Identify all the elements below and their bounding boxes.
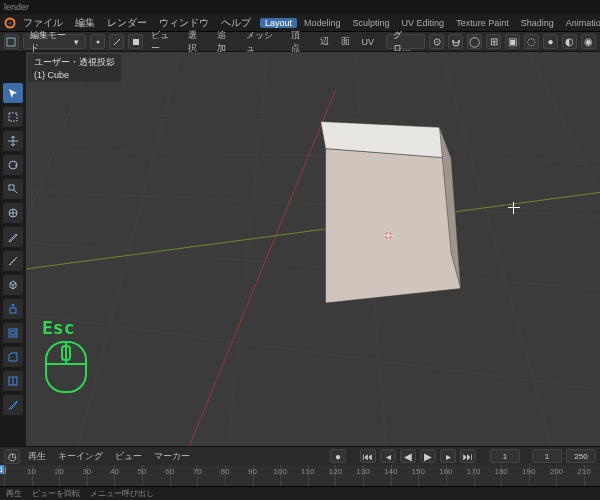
autokey-icon[interactable]: ● [330, 449, 346, 463]
timeline-tick-label: 150 [412, 467, 425, 476]
shading-solid-icon[interactable]: ● [543, 34, 558, 49]
svg-line-18 [26, 235, 600, 298]
orientation-dropdown[interactable]: グロ… [386, 34, 425, 49]
shading-rendered-icon[interactable]: ◉ [581, 34, 596, 49]
workspace-tab-animation[interactable]: Animation [561, 18, 600, 28]
cursor-tool-icon[interactable] [2, 82, 24, 104]
measure-tool-icon[interactable] [2, 250, 24, 272]
timeline-tick-label: 10 [27, 467, 36, 476]
workspace-tab-sculpting[interactable]: Sculpting [348, 18, 395, 28]
workspace-tab-shading[interactable]: Shading [516, 18, 559, 28]
menu-help[interactable]: ヘルプ [216, 16, 256, 30]
header-menu-vertex[interactable]: 頂点 [287, 29, 312, 55]
header-menu-mesh[interactable]: メッシュ [242, 29, 283, 55]
workspace-tab-uvediting[interactable]: UV Editing [397, 18, 450, 28]
svg-rect-5 [133, 39, 139, 45]
play-reverse-icon[interactable]: ◀ [400, 449, 416, 463]
select-mode-edge-icon[interactable] [109, 34, 124, 49]
current-frame-field[interactable]: 1 [490, 449, 520, 463]
timeline-header: ◷ 再生 キーイング ビュー マーカー ● ⏮ ◂ ◀ ▶ ▸ ⏭ 1 1 25… [0, 447, 600, 465]
rotate-tool-icon[interactable] [2, 154, 24, 176]
jump-start-icon[interactable]: ⏮ [360, 449, 376, 463]
timeline-tick-label: 100 [274, 467, 287, 476]
proportional-edit-icon[interactable]: ◯ [467, 34, 482, 49]
transform-tool-icon[interactable] [2, 202, 24, 224]
select-mode-face-icon[interactable] [128, 34, 143, 49]
svg-rect-2 [7, 38, 15, 46]
svg-point-3 [96, 40, 99, 43]
menu-file[interactable]: ファイル [18, 16, 68, 30]
header-menu-uv[interactable]: UV [358, 37, 379, 47]
pivot-icon[interactable]: ⊙ [429, 34, 444, 49]
timeline-tick-label: 40 [110, 467, 119, 476]
knife-tool-icon[interactable] [2, 394, 24, 416]
xray-icon[interactable]: ▣ [505, 34, 520, 49]
viewport-3d[interactable]: Esc [26, 52, 600, 446]
timeline-ruler[interactable]: 0102030405060708090100110120130140150160… [0, 465, 600, 486]
viewport-active-object-label: (1) Cube [34, 70, 115, 80]
header-menu-add[interactable]: 追加 [213, 29, 238, 55]
select-mode-vertex-icon[interactable] [90, 34, 105, 49]
extrude-tool-icon[interactable] [2, 298, 24, 320]
svg-line-20 [26, 52, 94, 446]
start-frame-field[interactable]: 1 [532, 449, 562, 463]
svg-line-19 [26, 303, 600, 404]
scale-tool-icon[interactable] [2, 178, 24, 200]
move-tool-icon[interactable] [2, 130, 24, 152]
timeline-editor-type-icon[interactable]: ◷ [4, 449, 20, 464]
workspace-tab-layout[interactable]: Layout [260, 18, 297, 28]
status-bar: 再生 ビューを回転 メニュー呼び出し [0, 486, 600, 500]
viewport-projection-label: ユーザー・透視投影 [34, 56, 115, 69]
svg-line-25 [528, 52, 600, 446]
header-menu-select[interactable]: 選択 [184, 29, 209, 55]
workspace-tab-modeling[interactable]: Modeling [299, 18, 346, 28]
play-icon[interactable]: ▶ [420, 449, 436, 463]
axis-y [26, 178, 600, 275]
main-area: ユーザー・透視投影 (1) Cube [0, 52, 600, 446]
timeline-tick-label: 120 [329, 467, 342, 476]
header-menu-edge[interactable]: 辺 [316, 35, 333, 48]
timeline-menu-keying[interactable]: キーイング [54, 450, 107, 463]
svg-rect-6 [9, 113, 17, 121]
orientation-label: グロ… [393, 29, 418, 55]
status-hint-3: メニュー呼び出し [90, 488, 154, 499]
blender-logo-icon [4, 16, 16, 30]
menu-render[interactable]: レンダー [102, 16, 152, 30]
header-menu-view[interactable]: ビュー [147, 29, 180, 55]
editor-type-icon[interactable] [4, 34, 19, 49]
keyframe-prev-icon[interactable]: ◂ [380, 449, 396, 463]
mode-dropdown[interactable]: 編集モード ▾ [23, 34, 86, 49]
annotate-tool-icon[interactable] [2, 226, 24, 248]
timeline-tick-label: 170 [467, 467, 480, 476]
left-toolbar [0, 52, 26, 446]
add-cube-tool-icon[interactable] [2, 274, 24, 296]
axis-x [181, 91, 336, 446]
overlays-icon[interactable]: ⊞ [486, 34, 501, 49]
shading-wireframe-icon[interactable]: ◌ [524, 34, 539, 49]
inset-tool-icon[interactable] [2, 322, 24, 344]
jump-end-icon[interactable]: ⏭ [460, 449, 476, 463]
menu-edit[interactable]: 編集 [70, 16, 100, 30]
svg-line-4 [114, 39, 120, 45]
shading-matprev-icon[interactable]: ◐ [562, 34, 577, 49]
select-box-tool-icon[interactable] [2, 106, 24, 128]
timeline-tick-label: 80 [220, 467, 229, 476]
loopcut-tool-icon[interactable] [2, 370, 24, 392]
timeline-menu-marker[interactable]: マーカー [150, 450, 194, 463]
menu-window[interactable]: ウィンドウ [154, 16, 214, 30]
timeline-menu-playback[interactable]: 再生 [24, 450, 50, 463]
bevel-tool-icon[interactable] [2, 346, 24, 368]
keyframe-next-icon[interactable]: ▸ [440, 449, 456, 463]
chevron-down-icon: ▾ [74, 37, 79, 47]
timeline-tick-label: 210 [577, 467, 590, 476]
window-titlebar: lender [0, 0, 600, 14]
timeline-menu-view[interactable]: ビュー [111, 450, 146, 463]
svg-line-22 [219, 52, 267, 446]
end-frame-field[interactable]: 250 [566, 449, 596, 463]
mesh-cube[interactable] [316, 122, 461, 304]
snap-icon[interactable] [448, 34, 463, 49]
workspace-tab-texturepaint[interactable]: Texture Paint [451, 18, 514, 28]
header-menu-face[interactable]: 面 [337, 35, 354, 48]
tool-header: 編集モード ▾ ビュー 選択 追加 メッシュ 頂点 辺 面 UV グロ… ⊙ ◯… [0, 32, 600, 52]
timeline-tick-label: 190 [522, 467, 535, 476]
